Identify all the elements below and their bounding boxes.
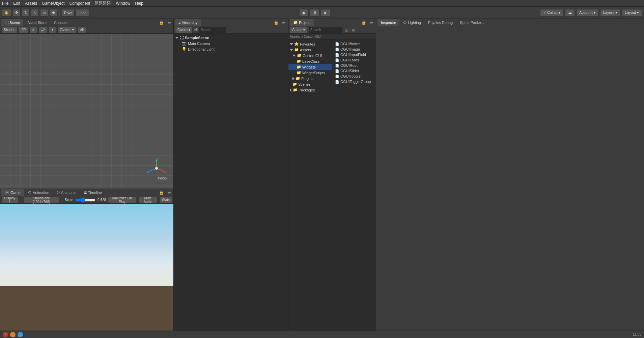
shading-button[interactable]: Shaded <box>1 27 18 33</box>
resolution-button[interactable]: Standalone (1024×768) <box>24 197 59 203</box>
scene-view[interactable]: Y X Z ‹Persp <box>0 34 173 189</box>
move-tool-button[interactable]: ✥ <box>13 9 21 17</box>
tree-widgets[interactable]: 📁 Widgets <box>288 64 332 70</box>
hierarchy-search-input[interactable] <box>199 27 226 33</box>
mute-audio-button[interactable]: Mute Audio <box>138 197 158 203</box>
menu-help[interactable]: Help <box>135 1 143 6</box>
tab-asset-store[interactable]: Asset Store <box>24 19 50 26</box>
menu-custom[interactable]: 添添添添 <box>95 0 111 6</box>
maximize-on-play-button[interactable]: Maximize On Play <box>108 197 136 203</box>
tab-game[interactable]: 🎮 Game <box>1 189 24 196</box>
effects-toggle-button[interactable]: ✦ <box>49 27 56 33</box>
tree-packages[interactable]: 📁 Packages <box>288 87 332 93</box>
project-lock-icon[interactable]: 🔒 <box>360 20 367 25</box>
file-item-cguiinputfield[interactable]: 📄 CGUIInputField <box>334 52 374 57</box>
tree-favorites[interactable]: ⭐ Favorites <box>288 41 332 47</box>
file-item-cguiroot[interactable]: 📄 CGUIRoot <box>334 63 374 68</box>
file-item-cguiimage[interactable]: 📄 CGUIImage <box>334 47 374 52</box>
project-menu-icon[interactable]: ☰ <box>369 20 374 25</box>
lighting-toggle-button[interactable]: ☀ <box>29 27 37 33</box>
tab-hierarchy[interactable]: ≡ Hierarchy <box>175 19 201 26</box>
tab-animation[interactable]: ⏱ Animation <box>25 189 53 196</box>
file-item-cguibutton[interactable]: 📄 CGUIButton <box>334 41 374 47</box>
tree-widgetscripts[interactable]: 📁 WidgetScripts <box>288 70 332 76</box>
project-tree: ⭐ Favorites 📁 Assets 📁 CustomGUI 📁 <box>288 40 332 331</box>
project-filter-icon[interactable]: ◫ <box>344 28 349 32</box>
tab-project[interactable]: 📁 Project <box>290 19 314 26</box>
tab-timeline[interactable]: 📽 Timeline <box>80 189 105 196</box>
play-button[interactable]: ▶ <box>299 9 309 17</box>
warning-icon[interactable]: ! <box>10 332 16 337</box>
project-columns-icon[interactable]: ⊞ <box>351 28 356 32</box>
project-create-button[interactable]: Create ▾ <box>290 27 307 33</box>
tab-scene[interactable]: ⛶ Scene <box>1 19 23 26</box>
hierarchy-lock-icon[interactable]: 🔒 <box>273 20 280 25</box>
tab-inspector[interactable]: Inspector <box>377 19 399 26</box>
tree-assets[interactable]: 📁 Assets <box>288 47 332 53</box>
collab-button[interactable]: ✓ Collab ▾ <box>540 9 564 17</box>
tab-sprite-packer[interactable]: Sprite Packe... <box>456 19 487 26</box>
file-item-cguilabel[interactable]: 📄 CGUILabel <box>334 57 374 63</box>
hierarchy-create-button[interactable]: Create ▾ <box>175 27 193 33</box>
file-item-cguislider[interactable]: 📄 CGUISlider <box>334 68 374 74</box>
hierarchy-panel: ≡ Hierarchy 🔒 ☰ Create ▾ All ⛶ SampleSce… <box>174 19 288 331</box>
file-item-cguitoggle[interactable]: 📄 CGUIToggle <box>334 74 374 79</box>
cguitoggle-label: CGUIToggle <box>340 74 361 78</box>
rotate-tool-button[interactable]: ↻ <box>22 9 30 17</box>
menu-edit[interactable]: Edit <box>13 1 20 6</box>
project-tab-bar: 📁 Project 🔒 ☰ <box>288 19 376 26</box>
file-item-cguitogglegroup[interactable]: 📄 CGUIToggleGroup <box>334 79 374 84</box>
scale-tool-button[interactable]: ⤡ <box>31 9 39 17</box>
game-menu-icon[interactable]: ☰ <box>166 190 172 195</box>
display-button[interactable]: Display 1 <box>1 197 18 203</box>
menu-window[interactable]: Window <box>116 1 130 6</box>
tab-animator[interactable]: ⬡ Animator <box>53 189 79 196</box>
hierarchy-icon: ≡ <box>178 21 180 25</box>
game-lock-icon[interactable]: 🔒 <box>158 190 165 195</box>
menu-file[interactable]: File <box>2 1 8 6</box>
tab-lighting[interactable]: 🌣 Lighting <box>400 19 424 26</box>
plugins-folder-icon: 📁 <box>296 76 300 81</box>
project-search-input[interactable] <box>309 27 342 33</box>
step-button[interactable]: ⏭ <box>321 9 330 17</box>
tree-plugins[interactable]: 📁 Plugins <box>288 76 332 81</box>
menu-assets[interactable]: Assets <box>25 1 37 6</box>
scale-slider[interactable] <box>75 198 95 202</box>
cloud-button[interactable]: ☁ <box>565 9 575 17</box>
hierarchy-item-directional-light[interactable]: 💡 Directional Light <box>179 46 288 52</box>
customgui-folder-icon: 📁 <box>297 53 302 58</box>
scene-menu-icon[interactable]: ☰ <box>166 20 172 25</box>
2d-button[interactable]: 2D <box>19 27 28 33</box>
hierarchy-menu-icon[interactable]: ☰ <box>281 20 287 25</box>
audio-toggle-button[interactable]: 🔊 <box>38 27 47 33</box>
account-button[interactable]: Account ▾ <box>576 9 599 17</box>
persp-label: ‹Persp <box>157 176 167 180</box>
favorites-expand-icon <box>290 43 293 45</box>
local-button[interactable]: Local <box>76 9 89 17</box>
tree-customgui[interactable]: 📁 CustomGUI <box>288 53 332 58</box>
pause-button[interactable]: ⏸ <box>310 9 319 17</box>
tree-scenes[interactable]: 📁 Scenes <box>288 81 332 87</box>
pivot-button[interactable]: Pivot <box>62 9 75 17</box>
tab-console[interactable]: Console <box>51 19 71 26</box>
hierarchy-scene-item[interactable]: ⛶ SampleScene <box>174 35 288 40</box>
animation-tab-label: Animation <box>33 191 49 195</box>
scene-lock-icon[interactable]: 🔒 <box>158 20 165 25</box>
layout-button[interactable]: Layout ▾ <box>622 9 642 17</box>
error-icon[interactable]: ! <box>3 332 8 337</box>
gizmos-button[interactable]: Gizmos ▾ <box>57 27 76 33</box>
menu-component[interactable]: Component <box>69 1 90 6</box>
hand-tool-button[interactable]: ✋ <box>2 9 11 17</box>
all-layers-button[interactable]: All <box>78 27 86 33</box>
menu-gameobject[interactable]: GameObject <box>42 1 64 6</box>
info-icon[interactable]: i <box>18 332 23 337</box>
rect-tool-button[interactable]: ▭ <box>40 9 48 17</box>
hierarchy-item-main-camera[interactable]: 📷 Main Camera <box>179 40 288 46</box>
status-bar: ! ! i 11:03 <box>0 331 644 338</box>
game-view[interactable] <box>0 204 173 331</box>
transform-tool-button[interactable]: ⊕ <box>50 9 57 17</box>
tab-physics-debug[interactable]: Physics Debug <box>425 19 456 26</box>
layers-button[interactable]: Layers ▾ <box>600 9 620 17</box>
tree-baseclass[interactable]: 📁 baseClass <box>288 58 332 64</box>
stats-button[interactable]: Stats <box>160 197 172 203</box>
